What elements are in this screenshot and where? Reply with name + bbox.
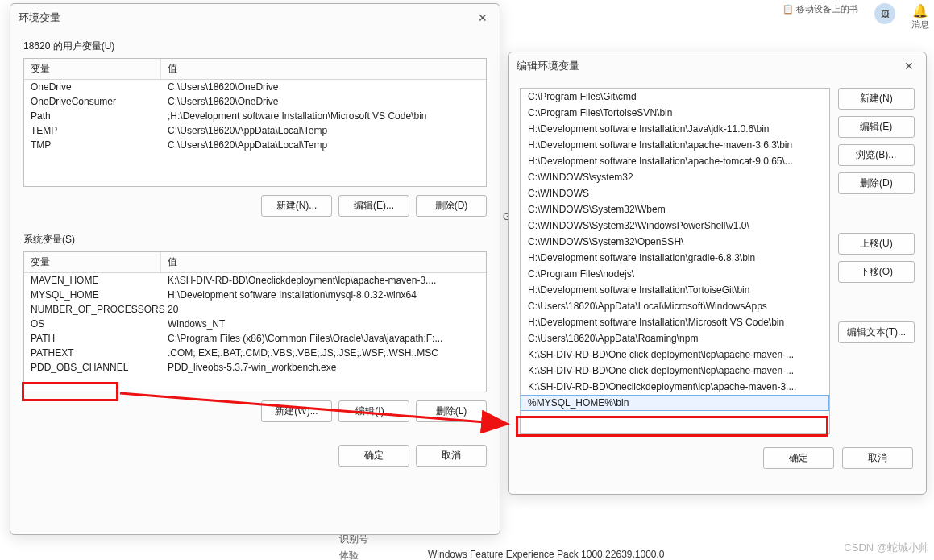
list-item[interactable]: C:\WINDOWS\System32\Wbem xyxy=(521,201,829,218)
list-item[interactable]: K:\SH-DIV-RD-BD\One click deployment\lcp… xyxy=(521,363,829,379)
bg-label-exp: 体验 xyxy=(339,549,359,560)
edit-env-var-dialog: 编辑环境变量 ✕ C:\Program Files\Git\cmdC:\Prog… xyxy=(508,52,927,495)
list-item[interactable]: H:\Development software Installation\Jav… xyxy=(521,121,829,137)
delete-button[interactable]: 删除(D) xyxy=(838,172,915,194)
table-row[interactable]: OneDriveC:\Users\18620\OneDrive xyxy=(24,80,486,94)
table-row[interactable]: MAVEN_HOMEK:\SH-DIV-RD-BD\Oneclickdeploy… xyxy=(24,273,486,288)
list-item[interactable]: C:\WINDOWS\system32 xyxy=(521,169,829,185)
list-item[interactable]: H:\Development software Installation\apa… xyxy=(521,137,829,153)
bookmarks-icon[interactable]: 📋 移动设备上的书 xyxy=(782,3,858,15)
delete-sys-var-button[interactable]: 删除(L) xyxy=(416,400,487,422)
side-buttons: 新建(N) 编辑(E) 浏览(B)... 删除(D) 上移(U) 下移(O) 编… xyxy=(838,88,915,434)
table-header: 变量值 xyxy=(24,59,486,80)
list-item[interactable]: K:\SH-DIV-RD-BD\One click deployment\lcp… xyxy=(521,346,829,363)
move-down-button[interactable]: 下移(O) xyxy=(838,261,915,283)
new-sys-var-button[interactable]: 新建(W)... xyxy=(261,400,332,422)
ok-button[interactable]: 确定 xyxy=(763,447,834,469)
table-row[interactable]: PDD_OBS_CHANNELPDD_liveobs-5.3.7-win_wor… xyxy=(24,360,486,375)
table-row[interactable]: NUMBER_OF_PROCESSORS20 xyxy=(24,302,486,317)
dialog-title: 环境变量 xyxy=(19,10,60,25)
list-item[interactable]: C:\Users\18620\AppData\Local\Microsoft\W… xyxy=(521,298,829,314)
list-item[interactable]: C:\Program Files\nodejs\ xyxy=(521,266,829,282)
list-item[interactable]: C:\Users\18620\AppData\Roaming\npm xyxy=(521,330,829,346)
edit-button[interactable]: 编辑(E) xyxy=(838,116,915,138)
move-up-button[interactable]: 上移(U) xyxy=(838,233,915,255)
dialog-title: 编辑环境变量 xyxy=(517,59,579,73)
notifications[interactable]: 🔔 消息 xyxy=(911,3,929,31)
table-row[interactable]: OSWindows_NT xyxy=(24,317,486,331)
table-row[interactable]: TEMPC:\Users\18620\AppData\Local\Temp xyxy=(24,123,486,138)
list-item[interactable]: H:\Development software Installation\Mic… xyxy=(521,314,829,330)
list-item[interactable]: H:\Development software Installation\Tor… xyxy=(521,282,829,298)
list-item[interactable]: K:\SH-DIV-RD-BD\Oneclickdeployment\lcp\a… xyxy=(521,379,829,395)
table-row[interactable]: PATHEXT.COM;.EXE;.BAT;.CMD;.VBS;.VBE;.JS… xyxy=(24,346,486,360)
sys-vars-table[interactable]: 变量值 MAVEN_HOMEK:\SH-DIV-RD-BD\Oneclickde… xyxy=(23,251,487,392)
table-header: 变量值 xyxy=(24,252,486,273)
close-icon[interactable]: ✕ xyxy=(474,9,492,27)
table-row[interactable]: TMPC:\Users\18620\AppData\Local\Temp xyxy=(24,138,486,152)
table-row[interactable]: PATHC:\Program Files (x86)\Common Files\… xyxy=(24,331,486,346)
ok-button[interactable]: 确定 xyxy=(338,445,409,467)
list-item[interactable]: C:\WINDOWS\System32\WindowsPowerShell\v1… xyxy=(521,218,829,234)
env-vars-dialog: 环境变量 ✕ 18620 的用户变量(U) 变量值 OneDriveC:\Use… xyxy=(10,3,500,535)
titlebar: 编辑环境变量 ✕ xyxy=(509,52,926,80)
user-vars-label: 18620 的用户变量(U) xyxy=(10,31,500,58)
edit-text-button[interactable]: 编辑文本(T)... xyxy=(838,321,915,343)
edit-user-var-button[interactable]: 编辑(E)... xyxy=(338,195,409,217)
list-item[interactable]: C:\Program Files\TortoiseSVN\bin xyxy=(521,105,829,121)
list-item[interactable]: H:\Development software Installation\gra… xyxy=(521,250,829,266)
list-item[interactable]: C:\Program Files\Git\cmd xyxy=(521,89,829,105)
list-item[interactable]: H:\Development software Installation\apa… xyxy=(521,153,829,169)
list-item[interactable]: C:\WINDOWS\System32\OpenSSH\ xyxy=(521,234,829,250)
browser-top-right: 📋 移动设备上的书 🖼 🔔 消息 xyxy=(778,0,934,34)
watermark: CSDN @蛇城小帅 xyxy=(844,541,929,555)
list-item[interactable]: %MYSQL_HOME%\bin xyxy=(521,395,829,411)
bg-value-exp: Windows Feature Experience Pack 1000.226… xyxy=(428,549,665,560)
list-item[interactable]: C:\WINDOWS xyxy=(521,185,829,201)
cancel-button[interactable]: 取消 xyxy=(842,447,913,469)
avatar[interactable]: 🖼 xyxy=(874,3,895,24)
new-button[interactable]: 新建(N) xyxy=(838,88,915,110)
table-row[interactable]: Path;H:\Development software Installatio… xyxy=(24,109,486,123)
user-vars-table[interactable]: 变量值 OneDriveC:\Users\18620\OneDriveOneDr… xyxy=(23,58,487,187)
bell-icon: 🔔 xyxy=(911,3,929,19)
close-icon[interactable]: ✕ xyxy=(900,57,918,75)
path-list[interactable]: C:\Program Files\Git\cmdC:\Program Files… xyxy=(520,88,830,434)
sys-vars-label: 系统变量(S) xyxy=(10,225,500,251)
cancel-button[interactable]: 取消 xyxy=(416,445,487,467)
browse-button[interactable]: 浏览(B)... xyxy=(838,144,915,166)
delete-user-var-button[interactable]: 删除(D) xyxy=(416,195,487,217)
table-row[interactable]: OneDriveConsumerC:\Users\18620\OneDrive xyxy=(24,94,486,109)
titlebar: 环境变量 ✕ xyxy=(10,4,500,31)
edit-sys-var-button[interactable]: 编辑(I)... xyxy=(338,400,409,422)
new-user-var-button[interactable]: 新建(N)... xyxy=(261,195,332,217)
table-row[interactable]: MYSQL_HOMEH:\Development software Instal… xyxy=(24,288,486,302)
